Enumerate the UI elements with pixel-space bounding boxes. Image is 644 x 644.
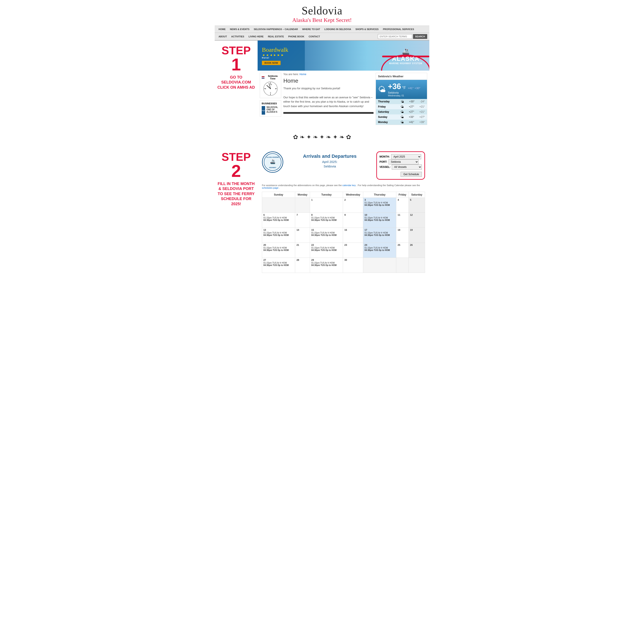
nav-activities[interactable]: ACTIVITIES	[229, 34, 246, 39]
calendar-cell: 801:15pm TUS Ar fr HOM04:30pm TUS Dp to …	[310, 213, 343, 228]
clock-svg: 12 3 6 9	[263, 81, 278, 96]
nav-contact[interactable]: CONTACT	[307, 34, 322, 39]
breadcrumb-home-link[interactable]: Home	[299, 73, 306, 76]
svg-text:HIGHWAY: HIGHWAY	[269, 167, 276, 168]
calendar-cell: 2401:15pm TUS Ar fr HOM04:30pm TUS Dp to…	[363, 243, 396, 258]
weather-unit: °F	[402, 86, 406, 90]
calendar-cell: 4	[396, 198, 409, 213]
calendar-cell: 2701:15pm TUS Ar fr HOM04:30pm TUS Dp to…	[262, 258, 295, 273]
calendar-header: Monday	[295, 192, 310, 198]
nav-living[interactable]: LIVING HERE	[247, 34, 265, 39]
search-button[interactable]: SEARCH	[413, 34, 427, 39]
banner-alaska[interactable]: 🚢 ALASKA MARINE HIGHWAY SYSTEM	[382, 56, 429, 57]
clock-box: Seldovia Time 12 3 6 9	[260, 73, 281, 98]
weather-row: Sunday 🌤 +33° +27°	[376, 114, 427, 120]
get-schedule-button[interactable]: Get Schedule	[401, 172, 422, 177]
biz-item: logo SELDOVIA, ONE OF ALASKA'S	[262, 106, 279, 115]
calendar-cell: 18	[396, 228, 409, 243]
calendar-cell: 601:15pm TUS Ar fr HOM04:30pm TUS Dp to …	[262, 213, 295, 228]
calendar-cell: 9	[343, 213, 363, 228]
weather-main: 🌤 +36 °F +41° +30° Seldovia Wednesday, 0…	[376, 80, 427, 99]
month-select[interactable]: April 2025 May 2025 June 2025	[391, 154, 421, 159]
nav-news[interactable]: NEWS & EVENTS	[228, 27, 251, 31]
table-row: 2701:15pm TUS Ar fr HOM04:30pm TUS Dp to…	[262, 258, 425, 273]
banner-hotel-sub: Hotel	[262, 57, 301, 59]
nav-shops[interactable]: SHOPS & SERVICES	[354, 27, 380, 31]
month-label: MONTH:	[380, 155, 390, 158]
calendar-cell: 1	[310, 198, 343, 213]
center-panel: You are here: Home Home Thank you for st…	[283, 73, 374, 125]
calendar-cell: 1301:15pm TUS Ar fr HOM04:30pm TUS Dp to…	[262, 228, 295, 243]
calendar-cell: 12	[409, 213, 425, 228]
calendar-cell: 1701:15pm TUS Ar fr HOM04:30pm TUS Dp to…	[363, 228, 396, 243]
calendar-cell: 28	[295, 258, 310, 273]
nav-phonebook[interactable]: PHONE BOOK	[286, 34, 306, 39]
step1-desc: GO TO SELDOVIA.COM CLICK ON AMHS AD	[217, 75, 255, 90]
weather-lo-alt: +30°	[415, 87, 420, 90]
help-text: For assistance understanding the abbrevi…	[262, 184, 425, 189]
nav-where-to-eat[interactable]: WHERE TO EAT	[301, 27, 322, 31]
control-vessel: VESSEL: All Vessels Tustumena	[380, 164, 422, 170]
weather-date: Wednesday, 01	[388, 94, 420, 97]
schedules-page-link[interactable]: schedules page	[262, 187, 278, 189]
step2-desc: FILL IN THE MONTH & SELDOVIA PORT TO SEE…	[217, 181, 255, 207]
table-row: 601:15pm TUS Ar fr HOM04:30pm TUS Dp to …	[262, 213, 425, 228]
calendar-cell: 2001:15pm TUS Ar fr HOM04:30pm TUS Dp to…	[262, 243, 295, 258]
calendar-table: SundayMondayTuesdayWednesdayThursdayFrid…	[262, 192, 425, 273]
nav-realestate[interactable]: REAL ESTATE	[266, 34, 286, 39]
table-row: 2001:15pm TUS Ar fr HOM04:30pm TUS Dp to…	[262, 243, 425, 258]
calendar-cell: 2	[343, 198, 363, 213]
amhs-title-area: Arrivals and Departures April 2025: Seld…	[283, 151, 376, 168]
nav-home[interactable]: HOME	[217, 27, 227, 31]
calendar-cell: 21	[295, 243, 310, 258]
amhs-section: STEP 2 FILL IN THE MONTH & SELDOVIA PORT…	[215, 147, 429, 277]
nav-lodging[interactable]: LODGING IN SELDOVIA	[323, 27, 353, 31]
nav-bottom: ABOUT ACTIVITIES LIVING HERE REAL ESTATE…	[215, 33, 429, 41]
nav-happenings[interactable]: SELDOVIA HAPPENINGS – CALENDAR	[252, 27, 300, 31]
weather-hi-alt: +41°	[408, 87, 413, 90]
calendar-cell: 26	[409, 243, 425, 258]
calendar-header: Wednesday	[343, 192, 363, 198]
amhs-title: Arrivals and Departures	[283, 153, 376, 159]
svg-text:12: 12	[270, 84, 272, 85]
weather-temp-value: +36	[388, 82, 401, 91]
banner: Boardwalk ◄ ◄ ◄ ► ► ► Hotel BOOK NOW 🚢 A…	[258, 41, 429, 71]
page-body: Thank you for stopping by our Seldovia p…	[283, 86, 374, 109]
left-panel: Seldovia Time 12 3 6 9	[260, 73, 281, 125]
port-select[interactable]: Seldovia Homer Kodiak	[389, 159, 419, 164]
calendar-cell: 30	[343, 258, 363, 273]
banner-hotel-title: Boardwalk	[262, 46, 301, 53]
calendar-cell: 7	[295, 213, 310, 228]
banner-book-button[interactable]: BOOK NOW	[262, 61, 281, 65]
weather-row: Thursday 🌤 +30° -24°	[376, 99, 427, 104]
calendar-header: Tuesday	[310, 192, 343, 198]
right-panel: Seldovia's Weather 🌤 +36 °F +41° +30° Se…	[376, 73, 427, 125]
svg-text:3: 3	[275, 88, 276, 90]
calendar-cell: 23	[343, 243, 363, 258]
step2-label: STEP 2 FILL IN THE MONTH & SELDOVIA PORT…	[215, 147, 258, 277]
flag-icon	[262, 76, 264, 79]
weather-row: Friday 🌤 +27° +21°	[376, 104, 427, 109]
step1-label: STEP 1 GO TO SELDOVIA.COM CLICK ON AMHS …	[215, 41, 258, 127]
calendar-cell: 2901:15pm TUS Ar fr HOM04:30pm TUS Dp to…	[310, 258, 343, 273]
step2-number: 2	[231, 163, 241, 180]
calendar-cell: 5	[409, 198, 425, 213]
nav-professional[interactable]: PROFESSIONAL SERVICES	[381, 27, 416, 31]
site-subtitle: Alaska's Best Kept Secret!	[215, 17, 429, 23]
search-input[interactable]	[378, 34, 412, 39]
site-title: Seldovia	[215, 4, 429, 17]
control-month: MONTH: April 2025 May 2025 June 2025	[380, 154, 422, 159]
calendar-key-link[interactable]: calendar key	[342, 184, 356, 187]
weather-sun-icon: 🌤	[378, 85, 386, 94]
vessel-select[interactable]: All Vessels Tustumena	[392, 164, 422, 170]
banner-alaska-sub: MARINE HIGHWAY SYSTEM	[389, 62, 422, 65]
controls-circle: MONTH: April 2025 May 2025 June 2025 POR…	[376, 151, 425, 180]
breadcrumb: You are here: Home	[283, 73, 374, 76]
calendar-cell	[363, 258, 396, 273]
clock-label: Seldovia Time	[262, 75, 279, 80]
biz-logo: logo	[262, 106, 265, 115]
banner-alaska-text: ALASKA	[392, 55, 420, 62]
calendar-cell: 19	[409, 228, 425, 243]
nav-about[interactable]: ABOUT	[217, 34, 229, 39]
businesses-title: BUSINESSES	[262, 102, 279, 105]
